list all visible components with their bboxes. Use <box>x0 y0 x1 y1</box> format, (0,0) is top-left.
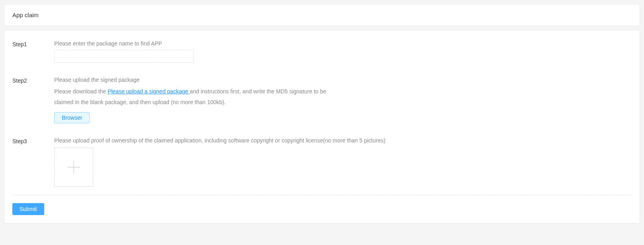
step2-row: Step2 Please upload the signed package P… <box>12 77 632 123</box>
step1-row: Step1 Please enter the package name to f… <box>12 40 632 63</box>
browser-button[interactable]: Browser <box>54 112 90 123</box>
divider <box>12 195 632 195</box>
upload-image-box[interactable] <box>54 148 93 187</box>
step3-instruction: Please upload proof of ownership of the … <box>54 137 632 144</box>
step3-label: Step3 <box>12 137 54 187</box>
step2-description: Please download the Please upload a sign… <box>54 86 329 107</box>
submit-button[interactable]: Submit <box>12 203 44 215</box>
signed-package-download-link[interactable]: Please upload a signed package <box>108 88 190 95</box>
form-panel: Step1 Please enter the package name to f… <box>4 30 640 223</box>
plus-icon <box>67 161 80 174</box>
step1-label: Step1 <box>12 40 54 63</box>
step2-label: Step2 <box>12 77 54 123</box>
package-name-input[interactable] <box>54 50 194 63</box>
step2-desc-prefix: Please download the <box>54 88 108 95</box>
page-header-panel: App claim <box>4 4 640 26</box>
step2-instruction: Please upload the signed package <box>54 77 632 83</box>
step3-row: Step3 Please upload proof of ownership o… <box>12 137 632 187</box>
page-title: App claim <box>12 12 632 18</box>
step1-instruction: Please enter the package name to find AP… <box>54 40 632 47</box>
